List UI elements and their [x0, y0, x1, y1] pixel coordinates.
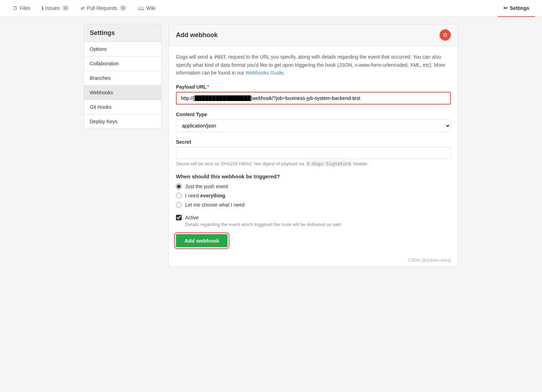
post-code: POST	[214, 54, 227, 60]
active-description: Details regarding the event which trigge…	[185, 222, 451, 227]
trigger-group: When should this webhook be triggered? J…	[176, 173, 451, 208]
sidebar: Settings Options Collaboration Branches …	[84, 24, 161, 267]
trigger-choose-option[interactable]: Let me choose what I need	[176, 202, 451, 208]
active-label: Active	[185, 215, 199, 220]
gogs-logo-icon: G	[440, 29, 451, 41]
content-type-select[interactable]: application/json application/x-www-form-…	[176, 119, 451, 132]
trigger-title: When should this webhook be triggered?	[176, 173, 451, 179]
nav-issues[interactable]: ℹ Issues 0	[36, 0, 75, 17]
issues-icon: ℹ	[42, 5, 43, 11]
active-checkbox[interactable]	[176, 215, 182, 220]
payload-url-input[interactable]	[176, 92, 451, 105]
wiki-icon: 📖	[138, 5, 144, 11]
trigger-choose-radio[interactable]	[176, 202, 182, 208]
footer-note: CSDN @charles-wang	[169, 254, 458, 266]
sidebar-title: Settings	[84, 24, 161, 42]
active-group: Active Details regarding the event which…	[176, 215, 451, 227]
settings-icon: ✂	[503, 5, 508, 11]
trigger-push-label: Just the push event	[185, 184, 228, 189]
description-text: Gogs will send a POST request to the URL…	[176, 53, 451, 77]
sidebar-item-deploy-keys[interactable]: Deploy Keys	[84, 114, 161, 129]
secret-input[interactable]	[176, 147, 451, 159]
nav-files[interactable]: 🗒 Files	[7, 0, 36, 17]
sidebar-item-options[interactable]: Options	[84, 42, 161, 57]
trigger-push-option[interactable]: Just the push event	[176, 184, 451, 189]
issues-badge: 0	[62, 5, 69, 11]
submit-area: Add webhook	[176, 227, 451, 247]
secret-hint: Secret will be sent as SHA256 HMAC hex d…	[176, 161, 451, 166]
sidebar-item-collaboration[interactable]: Collaboration	[84, 57, 161, 71]
nav-pull-requests[interactable]: ⇄ Pull Requests 0	[75, 0, 132, 17]
payload-url-label: Payload URL*	[176, 84, 451, 90]
signature-header-code: X-Gogs-Signature	[306, 161, 352, 167]
payload-url-group: Payload URL*	[176, 84, 451, 105]
content-type-label: Content Type	[176, 112, 451, 117]
sidebar-item-git-hooks[interactable]: Git Hooks	[84, 100, 161, 114]
trigger-everything-label: I need everything	[185, 193, 225, 198]
trigger-everything-option[interactable]: I need everything	[176, 193, 451, 198]
page-title: Add webhook	[176, 31, 218, 39]
top-navigation: 🗒 Files ℹ Issues 0 ⇄ Pull Requests 0 📖 W…	[0, 0, 542, 17]
secret-label: Secret	[176, 139, 451, 145]
pull-requests-icon: ⇄	[81, 5, 85, 11]
form-body: Gogs will send a POST request to the URL…	[169, 46, 458, 254]
trigger-choose-label: Let me choose what I need	[185, 202, 245, 208]
sidebar-item-branches[interactable]: Branches	[84, 71, 161, 85]
files-icon: 🗒	[13, 5, 18, 11]
add-webhook-button[interactable]: Add webhook	[176, 234, 228, 247]
main-header: Add webhook G	[169, 24, 458, 46]
main-content: Add webhook G Gogs will send a POST requ…	[169, 24, 458, 267]
secret-group: Secret Secret will be sent as SHA256 HMA…	[176, 139, 451, 166]
pull-requests-badge: 0	[119, 5, 127, 11]
trigger-push-radio[interactable]	[176, 184, 182, 189]
sidebar-item-webhooks[interactable]: Webhooks	[84, 85, 161, 100]
active-checkbox-label[interactable]: Active	[176, 215, 451, 220]
trigger-radio-group: Just the push event I need everything Le…	[176, 184, 451, 208]
nav-wiki[interactable]: 📖 Wiki	[132, 0, 161, 17]
trigger-everything-radio[interactable]	[176, 193, 182, 198]
content-type-group: Content Type application/json applicatio…	[176, 112, 451, 132]
nav-settings[interactable]: ✂ Settings	[498, 0, 535, 17]
webhooks-guide-link[interactable]: Webhooks Guide	[246, 70, 283, 76]
